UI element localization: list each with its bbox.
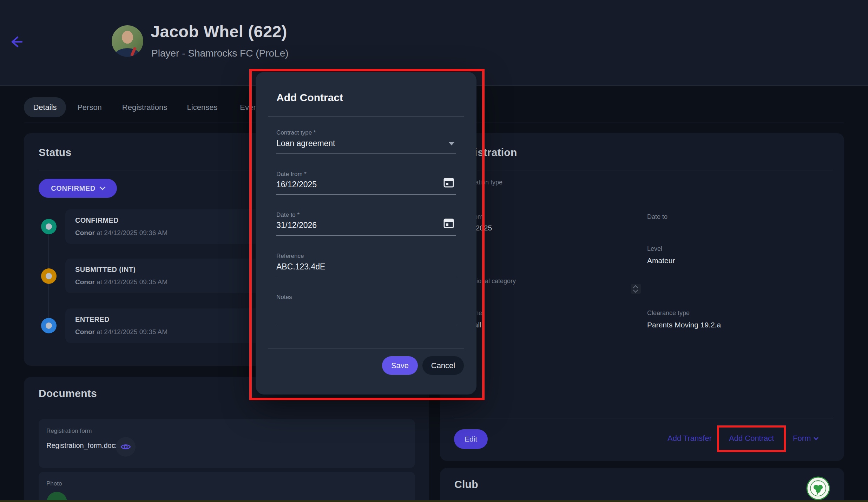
document-item-photo: Photo xyxy=(39,472,415,502)
timeline-dot-entered xyxy=(41,318,57,333)
bottom-edge-strip xyxy=(0,500,868,502)
document-item-registration-form: Registration form Registration_form.docx xyxy=(39,419,415,468)
status-dropdown-button[interactable]: CONFIRMED xyxy=(39,179,117,198)
status-heading: Status xyxy=(39,146,72,158)
chevron-down-icon xyxy=(99,184,105,190)
club-heading: Club xyxy=(454,478,478,490)
timeline-dot-confirmed xyxy=(41,219,57,234)
timeline-entry-title: CONFIRMED xyxy=(75,216,119,224)
page-title: Jacob Whel (622) xyxy=(151,22,287,41)
tab-details[interactable]: Details xyxy=(24,97,66,117)
document-label: Registration form xyxy=(46,428,92,435)
timeline-entry-timestamp: at 24/12/2025 09:35 AM xyxy=(97,328,167,335)
timeline-entry-title: SUBMITTED (INT) xyxy=(75,266,136,274)
annotation-box-add-contract xyxy=(717,425,786,452)
edit-button[interactable]: Edit xyxy=(454,429,488,449)
timeline-entry-title: ENTERED xyxy=(75,315,110,324)
chevron-down-icon xyxy=(814,435,818,440)
timeline-entry-timestamp: at 24/12/2025 09:35 AM xyxy=(97,278,167,286)
timeline-entry-actor: Conor xyxy=(75,328,95,335)
document-label: Photo xyxy=(46,480,62,487)
timeline-entry-timestamp: at 24/12/2025 09:36 AM xyxy=(97,229,167,236)
player-profile-page: Jacob Whel (622) Player - Shamrocks FC (… xyxy=(0,0,868,502)
tab-registrations[interactable]: Registrations xyxy=(122,97,167,117)
field-label-clearance-type: Clearance type xyxy=(647,309,690,317)
view-document-button[interactable] xyxy=(116,437,136,457)
timeline-dot-submitted xyxy=(41,268,57,284)
page-subtitle: Player - Shamrocks FC (ProLe) xyxy=(151,48,289,59)
add-transfer-link[interactable]: Add Transfer xyxy=(668,434,712,443)
form-link-label: Form xyxy=(793,434,811,443)
documents-heading: Documents xyxy=(39,387,97,399)
field-label-level: Level xyxy=(647,245,662,253)
field-value-level: Amateur xyxy=(647,256,675,265)
unfold-icon[interactable] xyxy=(631,284,641,294)
player-avatar xyxy=(112,25,143,57)
field-value-clearance-type: Parents Moving 19.2.a xyxy=(647,321,721,329)
registration-card: Registration Registration type Date from… xyxy=(440,133,844,461)
back-arrow-icon[interactable] xyxy=(9,35,22,48)
tab-person[interactable]: Person xyxy=(77,97,102,117)
club-card: Club xyxy=(440,468,844,502)
form-dropdown-link[interactable]: Form xyxy=(793,434,818,443)
field-label-date-to: Date to xyxy=(647,213,668,221)
eye-icon xyxy=(120,443,131,451)
tab-licenses[interactable]: Licenses xyxy=(187,97,218,117)
club-badge xyxy=(806,476,830,500)
status-badge-label: CONFIRMED xyxy=(51,184,96,193)
annotation-box-modal xyxy=(249,69,485,400)
timeline-entry-actor: Conor xyxy=(75,278,95,286)
timeline-entry-actor: Conor xyxy=(75,229,95,236)
document-filename: Registration_form.docx xyxy=(46,442,119,450)
